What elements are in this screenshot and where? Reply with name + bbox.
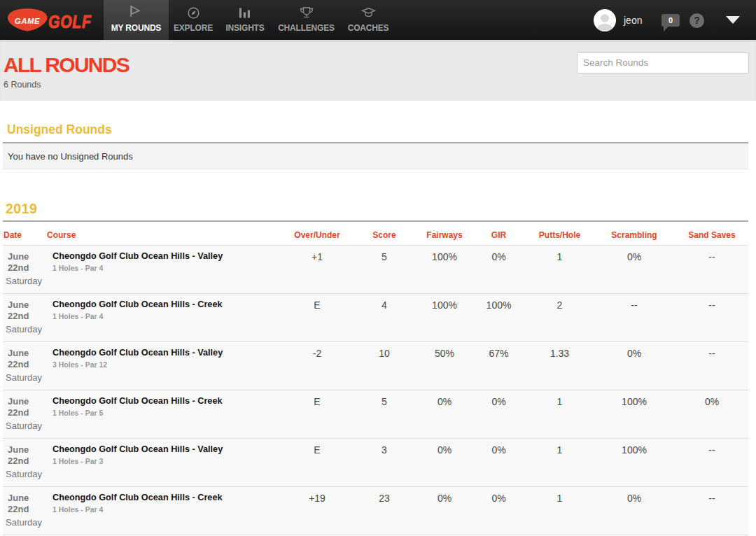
svg-text:GAME: GAME xyxy=(15,17,41,25)
